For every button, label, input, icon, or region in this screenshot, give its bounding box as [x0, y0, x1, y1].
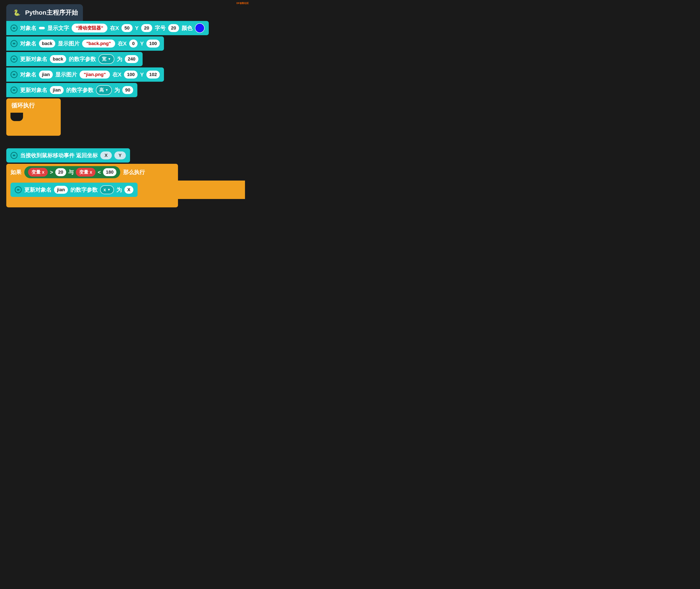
b4-text2: 显示图片 [55, 71, 77, 78]
start-block: 🐍 Python主程序开始 [6, 4, 83, 21]
b1-text2: 显示文字 [47, 24, 69, 32]
b1-color[interactable] [195, 23, 205, 33]
event-block: 当接收到鼠标移动事件 返回坐标 X Y [6, 148, 130, 163]
if-val1[interactable]: 20 [55, 168, 66, 176]
if-join: 与 [68, 169, 74, 176]
event-x[interactable]: X [100, 152, 112, 159]
if-body: 更新对象名 jian 的数字参数 x ▼ 为 X [6, 181, 245, 199]
b3-val[interactable]: 240 [125, 55, 139, 63]
b5-text1: 更新对象名 [20, 86, 47, 94]
b4-text3: 在X [112, 71, 122, 78]
block3: 更新对象名 back 的数字参数 宽 ▼ 为 240 [6, 52, 143, 66]
upd-text1: 更新对象名 [24, 186, 51, 194]
update-block-if: 更新对象名 jian 的数字参数 x ▼ 为 X [10, 183, 138, 197]
condition-group: 变量 x > 20 与 变量 x < 180 [24, 166, 120, 178]
loop-header: 循环执行 [6, 99, 61, 113]
if-suffix: 那么执行 [123, 169, 145, 176]
b2-text2: 显示图片 [58, 40, 79, 47]
if-op2: < [97, 169, 101, 176]
if-footer [6, 199, 178, 207]
section2: 当接收到鼠标移动事件 返回坐标 X Y 如果 变量 x > 20 与 变量 x … [6, 148, 245, 207]
loop-body [6, 113, 61, 130]
b1-text4: Y [135, 25, 139, 31]
block4: 对象名 jian 显示图片 "jian.png" 在X 100 Y 102 [6, 67, 164, 82]
if-op1: > [50, 169, 53, 176]
b2-str[interactable]: "back.png" [82, 40, 115, 47]
b4-y[interactable]: 102 [146, 70, 160, 78]
b1-text5: 字号 [155, 24, 166, 32]
b5-obj[interactable]: jian [50, 86, 64, 94]
connector-icon-4 [10, 71, 18, 78]
upd-obj[interactable]: jian [54, 186, 68, 194]
block2: 对象名 back 显示图片 "back.png" 在X 0 Y 100 [6, 36, 164, 51]
connector-icon-update [15, 186, 22, 193]
if-prefix: 如果 [10, 169, 21, 176]
if-header: 如果 变量 x > 20 与 变量 x < 180 那么执行 [6, 164, 178, 181]
b2-obj[interactable]: back [39, 40, 55, 47]
python-icon: 🐍 [11, 7, 22, 18]
connector-icon-3 [10, 55, 18, 63]
b1-text6: 颜色 [182, 24, 192, 32]
if-val2[interactable]: 180 [103, 168, 116, 176]
workspace: DF创客社区 🐍 Python主程序开始 对象名 显示文字 "滑动变阻器" 在X… [0, 0, 251, 212]
upd-val[interactable]: X [125, 186, 134, 194]
b5-text2: 的数字参数 [66, 86, 93, 94]
watermark: DF创客社区 [236, 2, 249, 5]
b4-text1: 对象名 [20, 71, 36, 78]
b3-obj[interactable]: back [50, 55, 66, 63]
b3-text2: 的数字参数 [69, 55, 96, 63]
if-var1[interactable]: 变量 x [28, 168, 48, 177]
b1-str[interactable]: "滑动变阻器" [72, 24, 107, 32]
b1-fontsize[interactable]: 20 [168, 24, 179, 32]
b5-text3: 为 [114, 86, 120, 94]
b3-param[interactable]: 宽 ▼ [98, 54, 114, 64]
connector-icon-event [10, 152, 18, 159]
if-container: 如果 变量 x > 20 与 变量 x < 180 那么执行 更新对象名 jia… [6, 164, 245, 207]
upd-text2: 的数字参数 [70, 186, 97, 194]
loop-footer [6, 130, 61, 136]
b4-x[interactable]: 100 [124, 70, 138, 78]
block1: 对象名 显示文字 "滑动变阻器" 在X 50 Y 20 字号 20 颜色 [6, 21, 209, 35]
if-var2[interactable]: 变量 x [76, 168, 95, 177]
b1-y[interactable]: 20 [141, 24, 152, 32]
b1-text3: 在X [110, 24, 119, 32]
b5-val[interactable]: 90 [122, 86, 133, 94]
b3-text1: 更新对象名 [20, 55, 47, 63]
b2-y[interactable]: 100 [146, 40, 160, 47]
b2-text3: 在X [118, 40, 127, 47]
b2-text4: Y [140, 40, 144, 47]
upd-text3: 为 [116, 186, 122, 194]
connector-icon-2 [10, 40, 18, 47]
b4-text4: Y [140, 71, 144, 78]
b4-obj[interactable]: jian [39, 70, 53, 78]
loop-block: 循环执行 [6, 99, 61, 136]
connector-icon-5 [10, 86, 18, 93]
b2-x[interactable]: 0 [129, 40, 138, 47]
b1-text1: 对象名 [20, 24, 36, 32]
event-text: 当接收到鼠标移动事件 返回坐标 [20, 152, 98, 159]
b5-param[interactable]: 高 ▼ [96, 85, 112, 95]
block5: 更新对象名 jian 的数字参数 高 ▼ 为 90 [6, 83, 137, 97]
event-y[interactable]: Y [114, 152, 126, 159]
b4-str[interactable]: "jian.png" [79, 70, 110, 78]
b1-obj[interactable] [39, 27, 45, 29]
b2-text1: 对象名 [20, 40, 36, 47]
b1-x[interactable]: 50 [122, 24, 132, 32]
upd-param[interactable]: x ▼ [100, 185, 114, 194]
start-label: Python主程序开始 [25, 8, 78, 17]
connector-icon-1 [10, 24, 18, 32]
loop-label: 循环执行 [11, 102, 35, 110]
loop-notch [10, 113, 23, 121]
b3-text3: 为 [117, 55, 122, 63]
